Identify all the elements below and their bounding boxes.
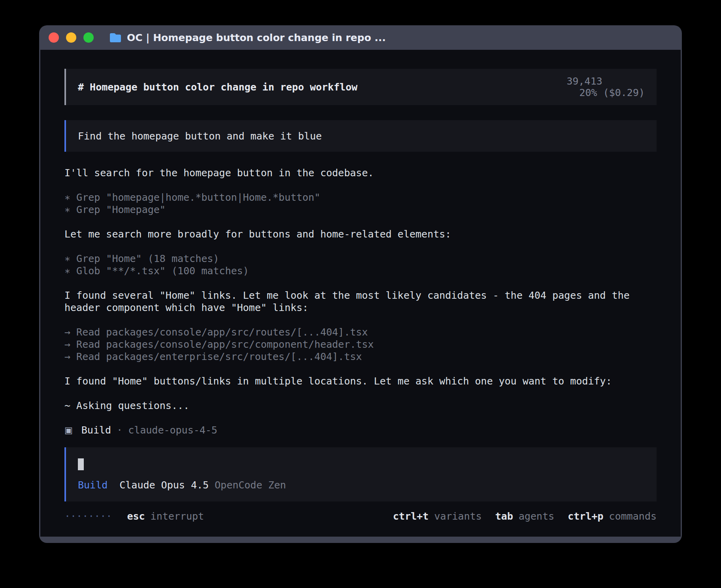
session-stats: 39,413 20% ($0.29) (507, 64, 645, 110)
shortcut-label: commands (609, 510, 657, 522)
agent-name: Build (81, 424, 111, 436)
text-cursor (78, 458, 84, 470)
user-message-text: Find the homepage button and make it blu… (78, 130, 322, 142)
spinner-dots-icon: ········ (64, 510, 112, 522)
assistant-message: I found "Home" buttons/links in multiple… (64, 375, 657, 387)
provider-label: OpenCode Zen (215, 479, 286, 491)
tool-call-group: ∗ Grep "Home" (18 matches) ∗ Glob "**/*.… (64, 253, 657, 277)
tool-call-group: → Read packages/console/app/src/routes/[… (64, 326, 657, 363)
shortcut-agents: tab agents (495, 510, 554, 522)
content-column: # Homepage button color change in repo w… (64, 69, 657, 522)
shortcut-variants: ctrl+t variants (393, 510, 482, 522)
assistant-message: I'll search for the homepage button in t… (64, 167, 657, 179)
prompt-input[interactable]: Build Claude Opus 4.5 OpenCode Zen (64, 447, 657, 501)
tool-call-group: ∗ Grep "homepage|home.*button|Home.*butt… (64, 191, 657, 216)
shortcut-label: variants (434, 510, 481, 522)
folder-icon (109, 33, 121, 43)
window-title: OC | Homepage button color change in rep… (127, 32, 386, 43)
zoom-button[interactable] (83, 32, 94, 43)
shortcut-label: interrupt (151, 510, 204, 522)
tool-call-line: ∗ Grep "Homepage" (64, 204, 657, 216)
minimize-button[interactable] (66, 32, 76, 43)
tool-call-line: → Read packages/console/app/src/componen… (64, 338, 657, 351)
agent-icon: ▣ (64, 424, 73, 436)
context-cost: 20% ($0.29) (579, 87, 645, 98)
assistant-text-line: I found "Home" buttons/links in multiple… (64, 375, 657, 387)
tool-call-line: ∗ Grep "homepage|home.*button|Home.*butt… (64, 191, 657, 204)
assistant-message: Let me search more broadly for buttons a… (64, 228, 657, 240)
status-bar: ········ esc interrupt ctrl+t variants t… (64, 510, 657, 522)
model-status-line: Build Claude Opus 4.5 OpenCode Zen (78, 479, 645, 491)
window-title-group: OC | Homepage button color change in rep… (109, 32, 386, 43)
terminal-content: # Homepage button color change in repo w… (40, 50, 681, 537)
session-title: # Homepage button color change in repo w… (78, 81, 357, 93)
shortcut-interrupt: esc interrupt (127, 510, 204, 522)
assistant-text-line: I found several "Home" links. Let me loo… (64, 289, 657, 302)
assistant-text-line: I'll search for the homepage button in t… (64, 167, 657, 179)
titlebar[interactable]: OC | Homepage button color change in rep… (39, 25, 682, 50)
session-header: # Homepage button color change in repo w… (64, 69, 657, 105)
traffic-lights (49, 32, 94, 43)
status-line: ~ Asking questions... (64, 400, 657, 412)
tool-call-line: → Read packages/enterprise/src/routes/[.… (64, 351, 657, 363)
close-button[interactable] (49, 32, 59, 43)
tool-call-line: → Read packages/console/app/src/routes/[… (64, 326, 657, 338)
agent-status-row: ▣ Build · claude-opus-4-5 (64, 424, 657, 436)
conversation: I'll search for the homepage button in t… (64, 167, 657, 436)
shortcut-key: ctrl+t (393, 510, 428, 522)
shortcut-commands: ctrl+p commands (568, 510, 657, 522)
assistant-message: I found several "Home" links. Let me loo… (64, 289, 657, 314)
tool-call-line: ∗ Glob "**/*.tsx" (100 matches) (64, 265, 657, 277)
model-label: Claude Opus 4.5 (119, 479, 209, 491)
shortcut-label: agents (519, 510, 554, 522)
tool-call-line: ∗ Grep "Home" (18 matches) (64, 253, 657, 265)
agent-model: claude-opus-4-5 (128, 424, 217, 436)
status-bar-left: ········ esc interrupt (64, 510, 204, 522)
separator-dot: · (117, 424, 123, 436)
assistant-text-line: Let me search more broadly for buttons a… (64, 228, 657, 240)
token-count: 39,413 (566, 75, 602, 87)
shortcut-key: esc (127, 510, 145, 522)
mode-label: Build (78, 479, 108, 491)
status-bar-right: ctrl+t variants tab agents ctrl+p comman… (393, 510, 657, 522)
status-message: ~ Asking questions... (64, 400, 657, 412)
assistant-text-line: header component which have "Home" links… (64, 302, 657, 314)
terminal-window: OC | Homepage button color change in rep… (39, 25, 682, 543)
shortcut-key: ctrl+p (568, 510, 603, 522)
user-message: Find the homepage button and make it blu… (64, 120, 657, 152)
shortcut-key: tab (495, 510, 513, 522)
